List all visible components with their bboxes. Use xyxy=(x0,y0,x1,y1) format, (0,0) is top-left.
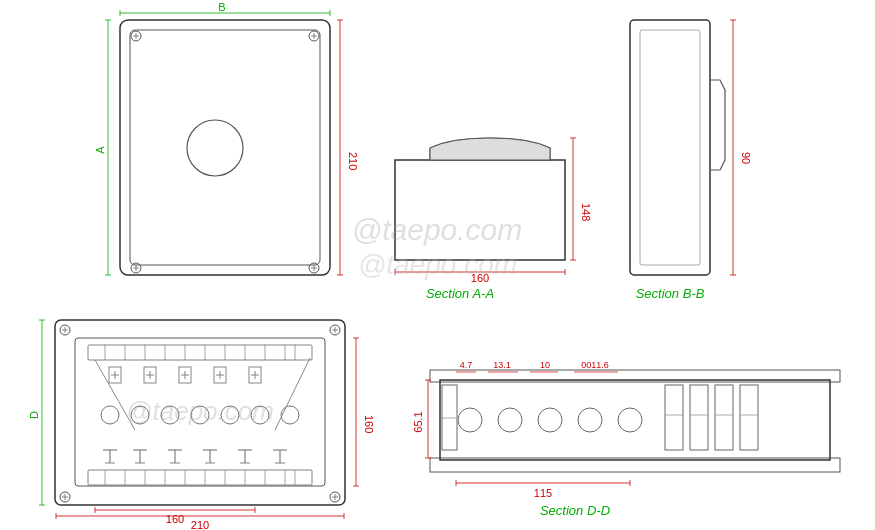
svg-rect-135 xyxy=(690,385,708,450)
drawing-canvas: @taepo.com B A xyxy=(0,0,875,530)
dim-10: 10 xyxy=(540,360,550,370)
svg-point-77 xyxy=(101,406,119,424)
svg-rect-32 xyxy=(640,30,700,265)
watermark-svg: @taepo.com xyxy=(352,213,523,246)
dim-160-right: 160 xyxy=(363,415,375,433)
svg-point-83 xyxy=(281,406,299,424)
svg-point-131 xyxy=(538,408,562,432)
svg-rect-1 xyxy=(130,30,320,265)
svg-point-132 xyxy=(578,408,602,432)
dim-148: 148 xyxy=(580,203,592,221)
dim-160-bottom: 160 xyxy=(166,513,184,525)
dim-131: 13.1 xyxy=(493,360,511,370)
dim-small: 0011.6 xyxy=(581,360,609,370)
svg-rect-137 xyxy=(740,385,758,450)
svg-point-14 xyxy=(187,120,243,176)
label-d-left: D xyxy=(28,411,40,419)
dim-651: 65.1 xyxy=(412,411,424,432)
svg-rect-102 xyxy=(88,470,312,485)
svg-rect-50 xyxy=(88,345,312,360)
svg-point-133 xyxy=(618,408,642,432)
dim-115: 115 xyxy=(534,487,552,499)
label-a-left: A xyxy=(94,146,106,154)
svg-rect-0 xyxy=(120,20,330,275)
svg-rect-31 xyxy=(630,20,710,275)
svg-point-130 xyxy=(498,408,522,432)
svg-rect-136 xyxy=(715,385,733,450)
svg-rect-142 xyxy=(442,385,457,450)
dim-210-bottom: 210 xyxy=(191,519,209,530)
svg-point-129 xyxy=(458,408,482,432)
dim-210-right: 210 xyxy=(347,152,359,170)
section-bb-label: Section B-B xyxy=(636,286,705,301)
dim-90: 90 xyxy=(740,152,752,164)
dim-47: 4.7 xyxy=(460,360,473,370)
dim-160-aa: 160 xyxy=(471,272,489,284)
label-b-top: B xyxy=(218,1,225,13)
svg-rect-134 xyxy=(665,385,683,450)
section-dd-label: Section D-D xyxy=(540,503,610,518)
section-aa-label: Section A-A xyxy=(426,286,494,301)
watermark-svg2: @taepo.com xyxy=(126,396,274,426)
